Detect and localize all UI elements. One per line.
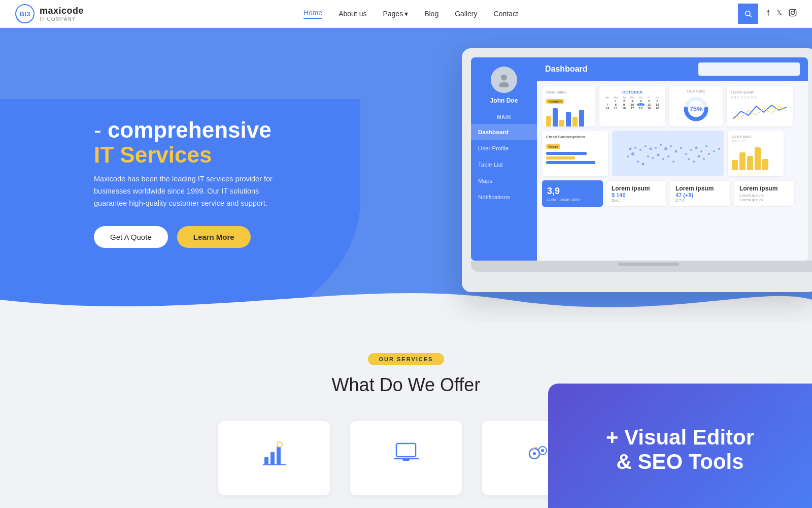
laptop-screen: John Doe Main Dashboard User Profile Tab… xyxy=(471,57,808,261)
svg-point-40 xyxy=(713,150,715,152)
svg-point-17 xyxy=(660,144,662,146)
svg-point-15 xyxy=(650,148,652,150)
navbar-right: f 𝕏 xyxy=(738,4,797,24)
facebook-icon[interactable]: f xyxy=(767,9,769,19)
svg-point-35 xyxy=(688,158,690,160)
donut-card: Daily Sales 75% xyxy=(669,86,723,126)
svg-point-21 xyxy=(680,147,682,149)
dashboard-title: Dashboard xyxy=(545,65,588,74)
svg-point-30 xyxy=(662,158,664,160)
svg-point-12 xyxy=(631,152,634,155)
svg-point-23 xyxy=(690,149,692,151)
navbar: Bt3 maxicode IT company Home About us Pa… xyxy=(0,0,812,28)
nav-pages[interactable]: Pages ▾ xyxy=(383,10,408,18)
yellow-bar-card: Lorem ipsum A B C D E xyxy=(728,131,784,176)
hero-description: Maxicode has been the leading IT service… xyxy=(94,173,292,210)
svg-point-5 xyxy=(501,75,507,81)
main-nav: Home About us Pages ▾ Blog Gallery Conta… xyxy=(303,9,518,19)
email-stats-card: Email Subscriptions +more xyxy=(542,131,608,176)
laptop-base xyxy=(471,261,812,272)
svg-point-37 xyxy=(698,155,700,158)
dashboard-main: Dashboard Daily Sales +some% xyxy=(537,57,808,261)
dashboard-username: John Doe xyxy=(490,97,518,104)
nav-home[interactable]: Home xyxy=(303,9,322,19)
dashboard-sidebar: John Doe Main Dashboard User Profile Tab… xyxy=(471,57,537,261)
mini-bar-chart xyxy=(546,107,591,126)
svg-point-46 xyxy=(277,442,282,447)
svg-point-16 xyxy=(655,147,657,149)
instagram-icon[interactable] xyxy=(789,9,797,19)
svg-point-41 xyxy=(718,148,720,150)
svg-point-31 xyxy=(667,155,669,157)
sidebar-item-maps[interactable]: Maps xyxy=(471,173,537,189)
sidebar-item-table-list[interactable]: Table List xyxy=(471,156,537,173)
logo-text: maxicode IT company xyxy=(40,6,84,22)
calendar-card: OCTOBER Su Mo Tu We Th Fr Sa xyxy=(599,86,665,126)
svg-point-52 xyxy=(533,452,536,455)
dashboard-header: Dashboard xyxy=(537,57,808,81)
svg-point-39 xyxy=(708,153,710,155)
promo-text: + Visual Editor & SEO Tools xyxy=(591,410,769,490)
nav-contact[interactable]: Contact xyxy=(494,10,518,18)
line-chart-card: Lorem ipsum A B C D E F G H xyxy=(727,86,793,126)
svg-point-3 xyxy=(791,11,795,15)
svg-point-18 xyxy=(664,147,667,150)
hero-title: - comprehensive IT Services xyxy=(94,118,292,167)
services-badge: OUR SERVICES xyxy=(368,353,445,365)
svg-point-33 xyxy=(637,161,639,163)
donut-chart: 75% xyxy=(682,95,710,123)
sidebar-item-user-profile[interactable]: User Profile xyxy=(471,140,537,156)
svg-point-36 xyxy=(693,161,695,163)
svg-rect-47 xyxy=(396,443,416,457)
brand-name: maxicode xyxy=(40,6,84,16)
svg-point-22 xyxy=(685,153,687,155)
svg-point-53 xyxy=(541,449,544,452)
svg-point-20 xyxy=(675,150,678,153)
svg-rect-2 xyxy=(789,9,796,16)
service-card-2 xyxy=(350,421,462,495)
svg-point-32 xyxy=(672,161,674,163)
hero-buttons: Get A Quote Learn More xyxy=(94,226,292,248)
brand-subtitle: IT company xyxy=(40,16,84,22)
dashboard-row-2: Email Subscriptions +more xyxy=(542,131,803,176)
twitter-icon[interactable]: 𝕏 xyxy=(776,9,782,19)
svg-point-10 xyxy=(634,147,636,149)
svg-point-34 xyxy=(642,163,645,166)
svg-line-1 xyxy=(750,15,752,17)
search-button[interactable] xyxy=(738,4,758,24)
get-quote-button[interactable]: Get A Quote xyxy=(94,226,168,248)
sidebar-item-dashboard[interactable]: Dashboard xyxy=(471,124,537,140)
hero-content: - comprehensive IT Services Maxicode has… xyxy=(0,103,292,248)
dashboard-search-bar[interactable] xyxy=(698,62,800,76)
svg-point-26 xyxy=(705,145,707,147)
nav-about[interactable]: About us xyxy=(339,10,366,18)
chevron-down-icon: ▾ xyxy=(404,10,408,18)
stat-card-3: Lorem ipsum 47 (+8) 2 7 6 xyxy=(670,180,731,207)
nav-gallery[interactable]: Gallery xyxy=(455,10,477,18)
svg-point-14 xyxy=(645,145,647,147)
services-section: OUR SERVICES What Do We Offer xyxy=(0,323,812,508)
stat-card-1: 3,9 Lorem ipsum dolor xyxy=(542,180,603,207)
service-card-1 xyxy=(218,421,330,495)
svg-rect-42 xyxy=(264,457,268,465)
svg-point-25 xyxy=(700,150,702,152)
hero-title-highlight: IT Services xyxy=(94,142,212,167)
svg-rect-43 xyxy=(270,452,275,465)
svg-point-27 xyxy=(647,155,649,157)
bar-chart-card: Daily Sales +some% xyxy=(542,86,595,126)
svg-point-29 xyxy=(657,154,660,156)
analytics-icon xyxy=(229,439,319,473)
svg-rect-49 xyxy=(402,459,410,461)
svg-point-9 xyxy=(629,148,632,150)
nav-blog[interactable]: Blog xyxy=(424,10,438,18)
logo-area: Bt3 maxicode IT company xyxy=(15,4,84,23)
svg-point-13 xyxy=(627,155,629,157)
stat-card-4: Lorem ipsum Lorem ipsum Lorem ipsum xyxy=(734,180,795,207)
sidebar-item-notifications[interactable]: Notifications xyxy=(471,189,537,205)
svg-point-38 xyxy=(703,158,705,160)
svg-point-19 xyxy=(670,145,672,147)
stat-card-2: Lorem ipsum $ 140 DHL xyxy=(606,180,667,207)
dashboard-row-3: 3,9 Lorem ipsum dolor Lorem ipsum $ 140 … xyxy=(542,180,803,207)
logo-icon: Bt3 xyxy=(15,4,35,23)
learn-more-button[interactable]: Learn More xyxy=(177,226,251,248)
